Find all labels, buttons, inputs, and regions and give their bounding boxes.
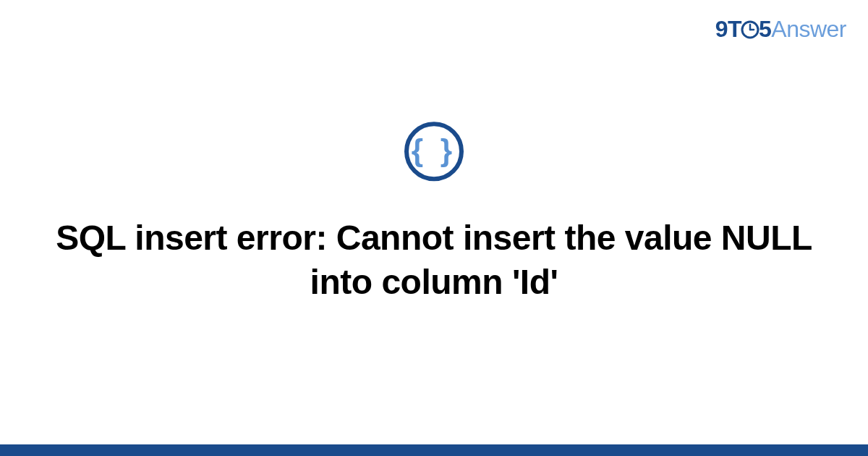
- clock-icon: [741, 18, 760, 45]
- footer-bar: [0, 444, 868, 456]
- brand-answer: Answer: [771, 16, 846, 42]
- page-title: SQL insert error: Cannot insert the valu…: [43, 216, 825, 305]
- brand-logo: 9T5Answer: [715, 16, 846, 45]
- category-icon-circle: { }: [404, 122, 464, 181]
- braces-icon: { }: [412, 135, 456, 166]
- brand-five: 5: [759, 16, 771, 42]
- brand-t: T: [728, 16, 741, 42]
- main-content: { } SQL insert error: Cannot insert the …: [0, 122, 868, 305]
- brand-nine: 9: [715, 16, 728, 42]
